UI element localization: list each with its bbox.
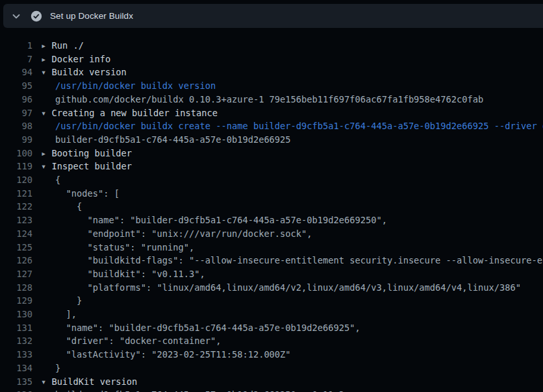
log-line: 129 } <box>0 294 543 308</box>
log-line: 120 { <box>0 173 543 187</box>
log-line: 94 ▾ Buildx version <box>0 66 543 79</box>
triangle-right-icon[interactable]: ▸ <box>41 54 51 64</box>
log-line: 134 } <box>0 361 543 375</box>
log-line: 7 ▸ Docker info <box>0 53 543 66</box>
line-number[interactable]: 127 <box>0 267 32 281</box>
line-number[interactable]: 131 <box>0 321 32 335</box>
line-number[interactable]: 100 <box>0 147 32 160</box>
log-line: 100 ▸ Booting builder <box>0 147 543 160</box>
log-body: 1 ▸ Run ./ 7 ▸ Docker info 94 ▾ Buildx v… <box>0 28 543 392</box>
line-number[interactable]: 132 <box>0 334 32 348</box>
log-line: 97 ▾ Creating a new builder instance <box>0 106 543 120</box>
log-text: "buildkitd-flags": "--allow-insecure-ent… <box>32 254 543 267</box>
line-number[interactable]: 129 <box>0 294 32 308</box>
group-title[interactable]: ▸ Booting builder <box>32 147 132 160</box>
line-number[interactable]: 7 <box>0 53 32 66</box>
log-line: 124 "endpoint": "unix:///var/run/docker.… <box>0 227 543 241</box>
line-number[interactable]: 130 <box>0 308 32 321</box>
line-number[interactable]: 134 <box>0 361 32 375</box>
log-line: 132 "driver": "docker-container", <box>0 334 543 348</box>
triangle-down-icon[interactable]: ▾ <box>41 67 51 77</box>
line-number[interactable]: 97 <box>0 106 32 120</box>
log-line: 121 "nodes": [ <box>0 187 543 201</box>
log-text: "status": "running", <box>32 241 194 254</box>
line-number[interactable]: 1 <box>0 39 32 53</box>
log-line: 95 /usr/bin/docker buildx version <box>0 79 543 93</box>
group-title[interactable]: ▾ BuildKit version <box>32 375 137 389</box>
line-number[interactable]: 120 <box>0 173 32 187</box>
line-number[interactable]: 133 <box>0 348 32 361</box>
log-line: 133 "lastActivity": "2023-02-25T11:58:12… <box>0 348 543 361</box>
log-line: 128 "platforms": "linux/amd64,linux/amd6… <box>0 281 543 295</box>
group-title[interactable]: ▾ Creating a new builder instance <box>32 106 218 120</box>
log-text: "platforms": "linux/amd64,linux/amd64/v2… <box>32 281 521 295</box>
log-line: 123 "name": "builder-d9cfb5a1-c764-445a-… <box>0 214 543 227</box>
line-number[interactable]: 124 <box>0 227 32 241</box>
log-text: "endpoint": "unix:///var/run/docker.sock… <box>32 227 312 241</box>
line-number[interactable]: 95 <box>0 79 32 93</box>
log-line: 99 builder-d9cfb5a1-c764-445a-a57e-0b19d… <box>0 133 543 147</box>
log-text: ], <box>32 308 77 321</box>
log-text: } <box>32 294 82 308</box>
line-number[interactable]: 136 <box>0 388 32 392</box>
group-title[interactable]: ▾ Buildx version <box>32 66 127 79</box>
triangle-right-icon[interactable]: ▸ <box>41 40 51 51</box>
line-number[interactable]: 123 <box>0 214 32 227</box>
log-text: "nodes": [ <box>32 187 120 201</box>
log-text: "lastActivity": "2023-02-25T11:58:12.000… <box>32 348 291 361</box>
log-line: 135 ▾ BuildKit version <box>0 375 543 389</box>
log-line: 98 /usr/bin/docker buildx create --name … <box>0 119 543 133</box>
group-title[interactable]: ▸ Run ./ <box>32 39 84 53</box>
log-text: builder-d9cfb5a1-c764-445a-a57e-0b19d2e6… <box>32 133 291 147</box>
chevron-down-icon[interactable] <box>11 11 21 21</box>
log-line: 1 ▸ Run ./ <box>0 39 543 53</box>
line-number[interactable]: 119 <box>0 160 32 173</box>
log-text: "name": "builder-d9cfb5a1-c764-445a-a57e… <box>32 321 360 335</box>
line-number[interactable]: 96 <box>0 93 32 106</box>
log-text: /usr/bin/docker buildx create --name bui… <box>32 119 543 133</box>
group-title[interactable]: ▸ Docker info <box>32 53 110 66</box>
log-line: 127 "buildkit": "v0.11.3", <box>0 267 543 281</box>
log-text: builder-d9cfb5a1-c764-445a-a57e-0b19d2e6… <box>32 388 344 392</box>
log-text: github.com/docker/buildx 0.10.3+azure-1 … <box>32 93 483 106</box>
triangle-right-icon[interactable]: ▸ <box>41 148 51 158</box>
line-number[interactable]: 99 <box>0 133 32 147</box>
line-number[interactable]: 122 <box>0 200 32 214</box>
log-text: /usr/bin/docker buildx version <box>32 79 216 93</box>
log-line: 96 github.com/docker/buildx 0.10.3+azure… <box>0 93 543 106</box>
log-line: 126 "buildkitd-flags": "--allow-insecure… <box>0 254 543 267</box>
log-line: 131 "name": "builder-d9cfb5a1-c764-445a-… <box>0 321 543 335</box>
line-number[interactable]: 98 <box>0 119 32 133</box>
line-number[interactable]: 125 <box>0 241 32 254</box>
line-number[interactable]: 121 <box>0 187 32 201</box>
log-text: "driver": "docker-container", <box>32 334 221 348</box>
log-line: 130 ], <box>0 308 543 321</box>
log-line: 136 builder-d9cfb5a1-c764-445a-a57e-0b19… <box>0 388 543 392</box>
step-title: Set up Docker Buildx <box>50 11 133 21</box>
log-text: "buildkit": "v0.11.3", <box>32 267 205 281</box>
line-number[interactable]: 126 <box>0 254 32 267</box>
log-text: "name": "builder-d9cfb5a1-c764-445a-a57e… <box>32 214 387 227</box>
line-number[interactable]: 128 <box>0 281 32 295</box>
log-text: } <box>32 361 60 375</box>
actions-log-viewer: Set up Docker Buildx 1 ▸ Run ./ 7 ▸ Dock… <box>0 0 543 392</box>
group-title[interactable]: ▾ Inspect builder <box>32 160 132 173</box>
check-circle-icon <box>31 10 42 22</box>
log-text: { <box>32 173 60 187</box>
log-line: 119 ▾ Inspect builder <box>0 160 543 173</box>
line-number[interactable]: 135 <box>0 375 32 389</box>
log-line: 122 { <box>0 200 543 214</box>
step-header[interactable]: Set up Docker Buildx <box>3 4 543 28</box>
triangle-down-icon[interactable]: ▾ <box>41 108 51 118</box>
triangle-down-icon[interactable]: ▾ <box>41 376 51 387</box>
log-line: 125 "status": "running", <box>0 241 543 254</box>
triangle-down-icon[interactable]: ▾ <box>41 161 51 171</box>
log-text: { <box>32 200 82 214</box>
line-number[interactable]: 94 <box>0 66 32 79</box>
